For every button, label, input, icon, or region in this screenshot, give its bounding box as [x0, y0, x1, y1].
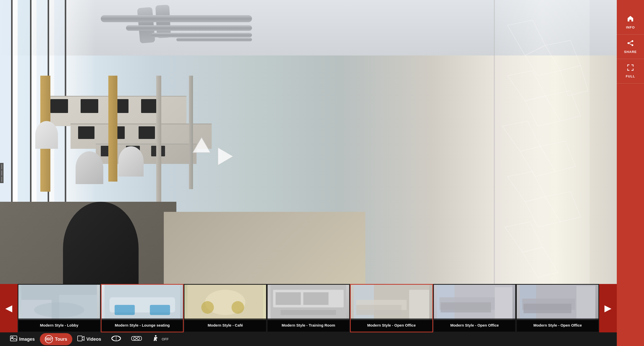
svg-marker-15 [193, 137, 210, 153]
partition-1 [156, 76, 161, 202]
thumb-image-lounge [102, 285, 183, 320]
home-icon [627, 15, 634, 24]
images-icon [10, 336, 17, 343]
thumb-prev-button[interactable]: ◀ [0, 284, 18, 332]
thumb-label-cafe: Modern Style - Café [184, 319, 266, 332]
vr-icon [131, 335, 142, 343]
svg-point-18 [632, 44, 633, 46]
svg-marker-13 [505, 222, 543, 252]
thumbnail-cafe[interactable]: Modern Style - Café [184, 284, 267, 332]
svg-rect-28 [115, 305, 135, 315]
thumb-image-cafe [184, 285, 266, 320]
thumb-image-openoffice2 [434, 285, 516, 320]
main-viewport [0, 0, 617, 298]
wood-panel-2 [108, 76, 117, 182]
vr-button[interactable] [126, 333, 147, 345]
thumb-label-lobby: Modern Style - Lobby [18, 319, 100, 332]
nav-arrow-up[interactable] [191, 136, 212, 157]
drag-line-2 [2, 170, 2, 176]
thumbnail-openoffice2[interactable]: Modern Style - Open Office [433, 284, 516, 332]
thumb-label-openoffice2: Modern Style - Open Office [434, 319, 516, 332]
videos-label: Videos [86, 337, 101, 342]
svg-point-60 [134, 337, 136, 340]
monitor-1 [50, 99, 68, 113]
svg-rect-47 [440, 302, 491, 312]
thumb-image-openoffice3 [517, 285, 598, 320]
geo-pattern [495, 0, 591, 298]
thumbnail-openoffice3[interactable]: Modern Style - Open Office [516, 284, 599, 332]
thumb-label-lounge: Modern Style - Lounge seating [102, 319, 183, 332]
svg-rect-29 [150, 305, 170, 315]
svg-line-21 [629, 44, 632, 45]
glass-wall [494, 0, 590, 298]
chair-2 [76, 151, 103, 184]
tours-label: Tours [55, 337, 67, 342]
svg-rect-52 [524, 304, 571, 313]
panorama-icon [111, 335, 121, 343]
thumbnail-training[interactable]: Modern Style - Training Room [267, 284, 350, 332]
info-button[interactable]: INFO [617, 10, 644, 35]
chair-1 [35, 121, 58, 149]
svg-rect-42 [356, 305, 402, 315]
duct-horizontal-3 [151, 33, 252, 37]
thumb-label-openoffice1: Modern Style - Open Office [351, 319, 432, 332]
svg-rect-36 [276, 292, 301, 305]
svg-marker-8 [520, 146, 555, 177]
svg-marker-2 [545, 40, 581, 71]
videos-button[interactable]: Videos [72, 334, 106, 345]
svg-point-61 [137, 337, 140, 340]
thumb-next-button[interactable]: ▶ [599, 284, 617, 332]
accessibility-button[interactable]: OFF [147, 333, 174, 346]
thumbnail-lounge[interactable]: Modern Style - Lounge seating [101, 284, 184, 332]
thumbnail-lobby[interactable]: Modern Style - Lobby [18, 284, 101, 332]
svg-point-17 [632, 40, 633, 42]
share-label: SHARE [624, 50, 637, 54]
svg-rect-48 [495, 287, 512, 320]
tours-button[interactable]: 360° Tours [40, 333, 72, 345]
thumbnails-container: Modern Style - Lobby Modern Style - Loun… [18, 284, 599, 332]
thumb-label-training: Modern Style - Training Room [268, 319, 349, 332]
drag-handle[interactable] [0, 163, 4, 183]
svg-marker-3 [560, 66, 588, 96]
drag-line-3 [2, 177, 2, 182]
bottom-toolbar: Images 360° Tours Videos [0, 332, 617, 346]
right-panel: INFO SHARE FULL [617, 0, 644, 346]
svg-marker-14 [523, 247, 558, 277]
fullscreen-button[interactable]: FULL [617, 59, 644, 83]
images-button[interactable]: Images [5, 334, 40, 345]
svg-marker-16 [218, 148, 233, 165]
duct-horizontal-1 [101, 15, 252, 22]
monitor-2 [81, 99, 98, 113]
thumb-prev-icon: ◀ [5, 303, 12, 313]
svg-marker-10 [507, 171, 545, 202]
svg-rect-37 [303, 292, 329, 305]
duct-horizontal-4 [176, 38, 252, 41]
fullscreen-icon [627, 64, 634, 73]
info-label: INFO [626, 25, 635, 29]
thumb-next-icon: ▶ [604, 303, 611, 313]
svg-rect-43 [409, 290, 429, 320]
svg-line-20 [629, 42, 632, 43]
chair-3 [118, 146, 144, 177]
svg-marker-9 [540, 141, 575, 171]
svg-marker-0 [507, 20, 545, 55]
svg-point-33 [232, 301, 244, 314]
panorama-button[interactable] [106, 333, 126, 345]
share-button[interactable]: SHARE [617, 35, 644, 59]
nav-arrow-right[interactable] [217, 146, 234, 170]
accessibility-icon [152, 335, 159, 344]
accessibility-label: OFF [162, 337, 169, 341]
thumbnail-strip: ◀ Modern Style - Lobby [0, 284, 617, 332]
share-icon [627, 40, 634, 48]
chair-front [63, 202, 139, 295]
images-label: Images [19, 337, 35, 342]
thumb-image-training [268, 285, 349, 320]
svg-marker-7 [502, 121, 540, 151]
drag-line-1 [2, 164, 2, 169]
thumbnail-openoffice1[interactable]: Modern Style - Open Office [350, 284, 433, 332]
svg-marker-12 [545, 192, 581, 222]
svg-point-32 [201, 301, 214, 314]
full-label: FULL [626, 74, 635, 78]
svg-rect-38 [281, 310, 336, 315]
duct-horizontal-2 [126, 25, 252, 31]
